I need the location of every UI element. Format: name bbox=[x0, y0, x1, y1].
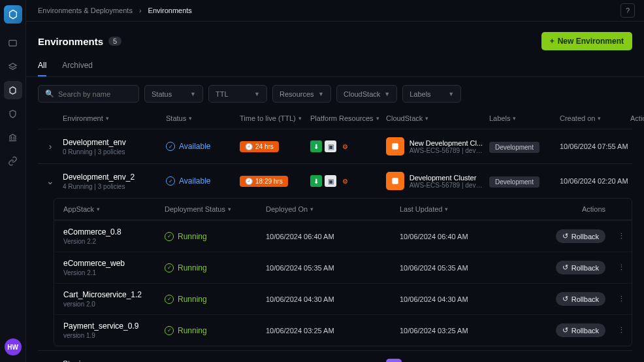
col-created[interactable]: Created on▾ bbox=[560, 114, 625, 122]
col-deploy-status[interactable]: Deployment Status ▾ bbox=[165, 205, 266, 213]
breadcrumb: Environments & Deployments › Environment… bbox=[26, 0, 644, 22]
filter-status[interactable]: Status▼ bbox=[144, 85, 203, 103]
row-actions-menu[interactable]: ⋮ bbox=[630, 142, 644, 152]
label-pill: Development bbox=[489, 142, 539, 153]
filter-ttl[interactable]: TTL▼ bbox=[208, 85, 267, 103]
filter-labels[interactable]: Labels▼ bbox=[402, 85, 461, 103]
filter-labels-label: Labels bbox=[410, 90, 430, 98]
clock-icon: 🕘 bbox=[245, 178, 253, 185]
chevron-down-icon: ▼ bbox=[254, 91, 260, 97]
col-resources[interactable]: Platform Resources▾ bbox=[310, 114, 381, 122]
svg-rect-2 bbox=[392, 178, 398, 184]
help-icon[interactable]: ? bbox=[620, 3, 635, 18]
tabs: All Archived bbox=[26, 56, 644, 77]
rollback-icon: ↺ bbox=[562, 295, 568, 303]
table-row[interactable]: ⌄ Development_env_2 4 Running | 3 polici… bbox=[38, 163, 632, 198]
rollback-button[interactable]: ↺Rollback bbox=[556, 323, 605, 337]
filter-resources[interactable]: Resources▼ bbox=[272, 85, 331, 103]
app-logo[interactable] bbox=[4, 5, 22, 24]
col-deployed-on[interactable]: Deployed On ▾ bbox=[266, 205, 400, 213]
ttl-pill: 🕘18:29 hrs bbox=[240, 176, 288, 187]
ttl-cell: 🕘18:29 hrs bbox=[240, 176, 305, 187]
deployed-on: 10/06/2024 04:30 AM bbox=[266, 295, 400, 303]
plus-icon: + bbox=[550, 37, 555, 46]
col-sub-actions: Actions bbox=[527, 205, 605, 213]
appstack-row[interactable]: eCommerce_0.8 Version 2.2 ✓ Running 10/0… bbox=[54, 220, 632, 252]
app-row-actions[interactable]: ⋮ bbox=[605, 295, 625, 303]
appstack-row[interactable]: Payment_service_0.9 version 1.9 ✓ Runnin… bbox=[54, 314, 632, 346]
app-name-cell: Payment_service_0.9 version 1.9 bbox=[63, 321, 165, 339]
gear-icon: ⚙ bbox=[339, 140, 351, 152]
deploy-status: ✓ Running bbox=[165, 263, 266, 272]
filter-cloudstack[interactable]: CloudStack▼ bbox=[336, 85, 397, 103]
appstack-row[interactable]: eCommerce_web Version 2.1 ✓ Running 10/0… bbox=[54, 252, 632, 283]
app-row-actions[interactable]: ⋮ bbox=[605, 232, 625, 240]
appstack-row[interactable]: Cart_Microservice_1.2 version 2.0 ✓ Runn… bbox=[54, 283, 632, 314]
app-name: eCommerce_0.8 bbox=[63, 227, 165, 237]
created-on: 10/06/2024 07:55 AM bbox=[560, 142, 625, 150]
app-name: Payment_service_0.9 bbox=[63, 321, 165, 331]
chevron-down-icon[interactable]: ⌄ bbox=[43, 176, 57, 186]
new-environment-button[interactable]: + New Environment bbox=[541, 32, 632, 50]
rollback-button[interactable]: ↺Rollback bbox=[556, 229, 605, 243]
user-avatar[interactable]: HW bbox=[5, 338, 22, 355]
last-updated: 10/06/2024 04:30 AM bbox=[400, 295, 527, 303]
svg-rect-0 bbox=[9, 40, 16, 46]
last-updated: 10/06/2024 05:35 AM bbox=[400, 264, 527, 272]
ttl-pill: 🕘24 hrs bbox=[240, 141, 279, 152]
nav-dashboard-icon[interactable] bbox=[4, 34, 22, 52]
svg-rect-1 bbox=[392, 143, 398, 149]
col-labels[interactable]: Labels▾ bbox=[489, 114, 555, 122]
rollback-icon: ↺ bbox=[562, 232, 568, 240]
cloudstack-sub: AWS-ECS-56789 | dev-ns bbox=[410, 182, 484, 189]
table-row[interactable]: › Development_env 0 Running | 3 policies… bbox=[38, 129, 632, 163]
col-appstack[interactable]: AppStack ▾ bbox=[63, 205, 165, 213]
nav-layers-icon[interactable] bbox=[4, 58, 22, 76]
chevron-right-icon[interactable]: › bbox=[43, 141, 57, 152]
col-status[interactable]: Status▾ bbox=[166, 114, 234, 122]
app-row-actions[interactable]: ⋮ bbox=[605, 326, 625, 335]
table-row[interactable]: › Staging_env 4 Running | 4 policies ✓ A… bbox=[38, 350, 632, 362]
cloudstack-name: New Development Cl... bbox=[410, 139, 484, 147]
col-cloudstack[interactable]: CloudStack▾ bbox=[386, 114, 484, 122]
tab-archived[interactable]: Archived bbox=[62, 56, 93, 76]
col-ttl[interactable]: Time to live (TTL)▾ bbox=[240, 114, 305, 122]
cloudstack-cell: Development Cluster AWS-ECS-56789 | dev-… bbox=[386, 172, 484, 190]
check-icon: ✓ bbox=[166, 176, 175, 186]
resources-cell: ⬇ ▣ ⚙ bbox=[310, 140, 381, 152]
check-icon: ✓ bbox=[165, 326, 174, 335]
appstack-table: AppStack ▾ Deployment Status ▾ Deployed … bbox=[54, 198, 632, 346]
app-name: eCommerce_web bbox=[63, 259, 165, 268]
nav-bank-icon[interactable] bbox=[4, 128, 22, 146]
rollback-button[interactable]: ↺Rollback bbox=[556, 261, 605, 274]
deploy-status: ✓ Running bbox=[165, 232, 266, 241]
check-icon: ✓ bbox=[165, 263, 174, 272]
resource-icon: ⬇ bbox=[310, 175, 322, 187]
env-name: Development_env bbox=[63, 138, 161, 147]
environments-table: Environment▾ Status▾ Time to live (TTL)▾… bbox=[26, 108, 644, 362]
resources-cell: ⬇ ▣ ⚙ bbox=[310, 175, 381, 187]
search-input[interactable] bbox=[58, 90, 132, 98]
filter-ttl-label: TTL bbox=[216, 90, 229, 98]
page-header: Environments 5 + New Environment bbox=[26, 22, 644, 56]
tab-all[interactable]: All bbox=[38, 56, 46, 76]
row-actions-menu[interactable]: ⋮ bbox=[630, 176, 644, 186]
nav-shield-icon[interactable] bbox=[4, 105, 22, 123]
col-environment[interactable]: Environment▾ bbox=[63, 114, 161, 122]
app-row-actions[interactable]: ⋮ bbox=[605, 263, 625, 272]
rollback-button[interactable]: ↺Rollback bbox=[556, 292, 605, 306]
clock-icon: 🕘 bbox=[245, 143, 253, 150]
cloudstack-icon bbox=[386, 172, 404, 190]
ttl-cell: 🕘24 hrs bbox=[240, 141, 305, 152]
nav-environments-icon[interactable] bbox=[4, 81, 22, 99]
cloudstack-cell: New Development Cl... AWS-ECS-56789 | de… bbox=[386, 137, 484, 156]
status-label: Available bbox=[179, 142, 210, 151]
status-cell: ✓ Available bbox=[166, 176, 234, 186]
col-last-updated[interactable]: Last Updated ▾ bbox=[400, 205, 527, 213]
gear-icon: ⚙ bbox=[339, 175, 351, 187]
search-input-wrap[interactable]: 🔍 bbox=[38, 85, 139, 103]
rollback-icon: ↺ bbox=[562, 263, 568, 272]
status-label: Running bbox=[178, 295, 207, 304]
nav-link-icon[interactable] bbox=[4, 152, 22, 170]
breadcrumb-parent[interactable]: Environments & Deployments bbox=[38, 7, 133, 14]
